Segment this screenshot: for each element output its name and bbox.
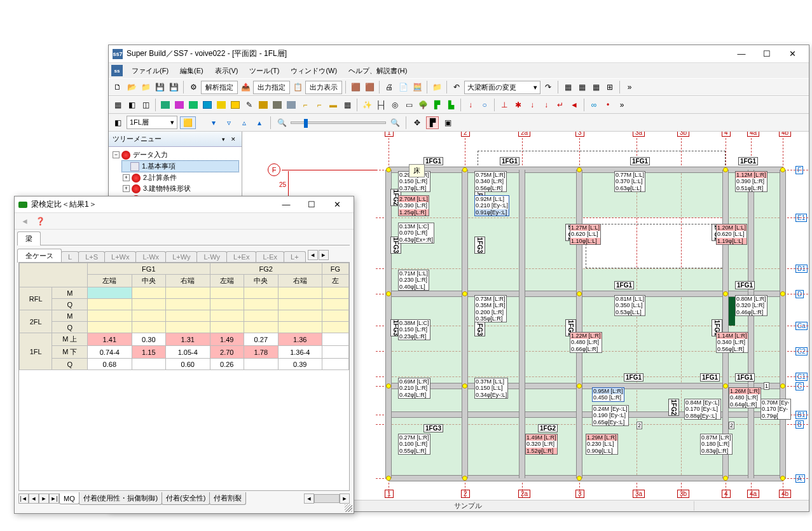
fb-nav-icon[interactable]: ◧ <box>111 116 124 129</box>
s-flag1-icon[interactable]: ▛ <box>430 99 443 111</box>
folder-icon[interactable]: 📁 <box>430 81 443 93</box>
hscroll-track[interactable] <box>314 494 340 503</box>
s-magenta-icon[interactable] <box>173 99 186 111</box>
zoom-slider[interactable] <box>291 121 386 124</box>
analysis-icon[interactable]: ⚙ <box>187 81 200 93</box>
pan-icon[interactable]: ✥ <box>411 116 423 129</box>
s-dim-icon[interactable]: ├┤ <box>375 99 387 111</box>
s-cyan-icon[interactable] <box>201 99 214 111</box>
open2-icon[interactable]: 📁 <box>139 81 152 93</box>
undo-icon[interactable]: ↶ <box>450 81 463 93</box>
case-tab-all[interactable]: 全ケース <box>17 249 62 263</box>
maximize-button[interactable]: ☐ <box>754 46 780 62</box>
s-green-icon[interactable] <box>159 99 172 111</box>
menu-window[interactable]: ウィンドウ(W) <box>286 64 342 78</box>
tool-b-icon[interactable]: 🟫 <box>363 81 376 93</box>
fb-down-icon[interactable]: ▾ <box>207 116 220 129</box>
tree-item-1[interactable]: 1.基本事項 <box>121 160 239 172</box>
close-button[interactable]: ✕ <box>780 46 805 62</box>
btab-a1[interactable]: 付着(使用性・損傷制御) <box>79 492 162 505</box>
s-dot-icon[interactable]: • <box>602 99 614 111</box>
menu-view[interactable]: 表示(V) <box>210 64 244 78</box>
s-green2-icon[interactable] <box>187 99 200 111</box>
tree-item-2[interactable]: + 2.計算条件 <box>121 172 239 183</box>
btab-a3[interactable]: 付着割裂 <box>209 492 246 505</box>
s-w2-icon[interactable]: ○ <box>478 99 491 111</box>
tool-a-icon[interactable]: 🟫 <box>349 81 362 93</box>
t3-icon[interactable]: ▦ <box>589 81 602 93</box>
s-ang2-icon[interactable]: ⌐ <box>313 99 326 111</box>
child-help-icon[interactable]: ❓ <box>34 215 46 228</box>
btab-prev-icon[interactable]: ◄ <box>29 493 39 504</box>
output-show-icon[interactable]: 📋 <box>291 81 304 93</box>
tree-item-3[interactable]: + 3.建物特殊形状 <box>121 183 239 194</box>
child-close-button[interactable]: ✕ <box>324 197 350 212</box>
case-tab-more[interactable]: L+ <box>284 251 306 262</box>
s-ang1-icon[interactable]: ⌐ <box>299 99 312 111</box>
s-r6-icon[interactable]: ◄ <box>568 99 581 111</box>
case-tab-L[interactable]: L <box>61 251 79 262</box>
t2-icon[interactable]: ▦ <box>575 81 588 93</box>
analysis-button[interactable]: 解析指定 <box>201 81 238 94</box>
saveall-icon[interactable]: 💾 <box>167 81 180 93</box>
s-yellow2-icon[interactable] <box>229 99 242 111</box>
s-slate-icon[interactable] <box>285 99 298 111</box>
zoom-out-icon[interactable]: 🔍 <box>275 116 288 129</box>
fb-up2-icon[interactable]: ▵ <box>238 116 251 129</box>
case-tab-LWxm[interactable]: L-Wx <box>135 251 166 262</box>
fb-flag-icon[interactable]: ▛ <box>426 116 439 129</box>
child-back-icon[interactable]: ◄ <box>18 215 31 228</box>
case-tab-LWx[interactable]: L+Wx <box>104 251 136 262</box>
s-tree-icon[interactable]: 🌳 <box>416 99 429 111</box>
s-w1-icon[interactable]: ↓ <box>464 99 477 111</box>
s-wand-icon[interactable]: ✨ <box>361 99 373 111</box>
expand-icon[interactable]: − <box>113 151 120 158</box>
t4-icon[interactable]: ⊞ <box>603 81 616 93</box>
calc-icon[interactable]: 🧮 <box>411 81 423 93</box>
menu-edit[interactable]: 編集(E) <box>175 64 209 78</box>
tree-root[interactable]: − データ入力 <box>111 149 239 160</box>
copy-icon[interactable]: 📄 <box>397 81 409 93</box>
change-combo[interactable]: 大梁断面の変更▾ <box>464 81 540 94</box>
floor-slab-button[interactable]: 🟨 <box>180 116 196 129</box>
view-3d-icon[interactable]: ◫ <box>139 99 152 111</box>
view-elev-icon[interactable]: ◧ <box>125 99 138 111</box>
minimize-button[interactable]: ― <box>729 46 754 62</box>
hscroll-prev-icon[interactable]: ◄ <box>304 493 314 504</box>
btab-next-icon[interactable]: ► <box>39 493 49 504</box>
s-r4-icon[interactable]: ↓ <box>540 99 553 111</box>
print-icon[interactable]: 🖨 <box>383 81 396 93</box>
floor-combo[interactable]: 1FL層▾ <box>127 116 177 129</box>
btab-first-icon[interactable]: |◄ <box>18 493 29 504</box>
s-target-icon[interactable]: ◎ <box>389 99 401 111</box>
btab-last-icon[interactable]: ►| <box>49 493 59 504</box>
menu-tool[interactable]: ツール(T) <box>244 64 284 78</box>
output-spec-button[interactable]: 出力指定 <box>253 81 290 94</box>
tree-close-icon[interactable]: ✕ <box>229 135 238 144</box>
t1-icon[interactable]: ▦ <box>561 81 574 93</box>
expand-icon[interactable]: + <box>123 174 130 181</box>
s-pencil-icon[interactable]: ✎ <box>243 99 256 111</box>
tabs-next-icon[interactable]: ► <box>319 250 329 260</box>
case-tab-LWy[interactable]: L+Wy <box>165 251 197 262</box>
s-r3-icon[interactable]: ↓ <box>526 99 539 111</box>
menu-file[interactable]: ファイル(F) <box>127 64 174 78</box>
expand-icon[interactable]: + <box>123 185 130 192</box>
output-show-button[interactable]: 出力表示 <box>305 81 342 94</box>
s-r1-icon[interactable]: ⊥ <box>498 99 511 111</box>
case-tab-LEx[interactable]: L+Ex <box>226 251 256 262</box>
save-icon[interactable]: 💾 <box>153 81 166 93</box>
new-icon[interactable]: 🗋 <box>111 81 124 93</box>
s-yellow1-icon[interactable] <box>215 99 228 111</box>
fb-fit-icon[interactable]: ▣ <box>441 116 454 129</box>
hscroll-next-icon[interactable]: ► <box>340 493 350 504</box>
s-link-icon[interactable]: ∞ <box>588 99 600 111</box>
tabs-prev-icon[interactable]: ◄ <box>308 250 318 260</box>
fb-down2-icon[interactable]: ▿ <box>223 116 235 129</box>
case-tab-LExm[interactable]: L-Ex <box>256 251 284 262</box>
menu-help[interactable]: ヘルプ、解説書(H) <box>343 64 412 78</box>
s-more-icon[interactable]: » <box>616 99 628 111</box>
fb-up-icon[interactable]: ▴ <box>253 116 266 129</box>
s-dk-icon[interactable] <box>271 99 284 111</box>
s-r2-icon[interactable]: ✱ <box>512 99 525 111</box>
